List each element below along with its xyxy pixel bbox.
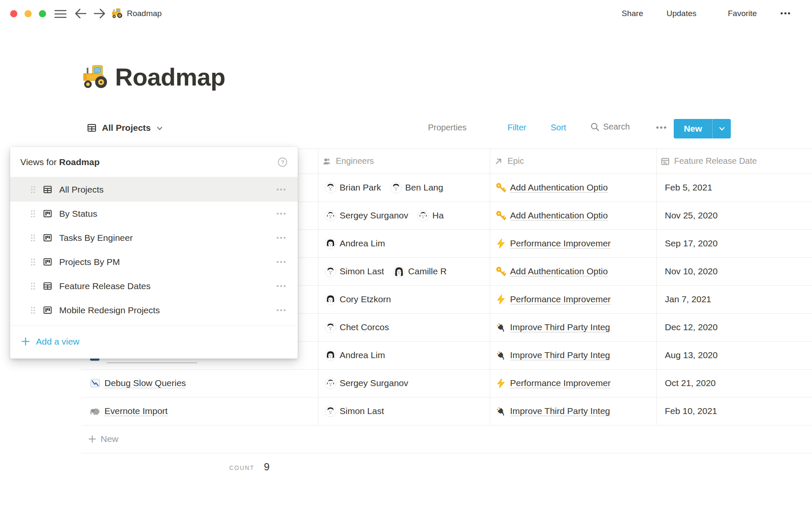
date-cell[interactable]: Nov 10, 2020 [665, 257, 811, 285]
date-cell[interactable]: Dec 12, 2020 [665, 313, 811, 341]
forward-button[interactable] [93, 8, 106, 19]
drag-handle-icon[interactable] [30, 257, 36, 267]
toolbar-more-icon[interactable]: ••• [656, 123, 667, 133]
date-cell[interactable]: Jan 7, 2021 [665, 285, 811, 313]
engineers-cell[interactable]: Brian Park Ben Lang [325, 174, 489, 202]
hamburger-menu-icon[interactable] [54, 8, 67, 19]
engineer-chip[interactable]: Andrea Lim [325, 238, 385, 249]
share-button[interactable]: Share [622, 9, 643, 18]
page-title[interactable]: Roadmap [115, 63, 225, 91]
view-item-projects-by-pm[interactable]: Projects By PM••• [10, 250, 298, 274]
engineer-chip[interactable]: Chet Corcos [325, 322, 389, 333]
favorite-button[interactable]: Favorite [728, 9, 757, 18]
window-close-button[interactable] [10, 10, 17, 17]
column-header-date[interactable]: Feature Release Date [661, 149, 811, 174]
name-cell[interactable]: Evernote Import [90, 397, 315, 425]
epic-page-link[interactable]: Improve Third Party Integ [510, 406, 610, 416]
new-button-dropdown[interactable] [713, 119, 731, 138]
new-button[interactable]: New [674, 119, 731, 138]
epic-cell[interactable]: Improve Third Party Integ [496, 341, 656, 369]
epic-page-link[interactable]: Add Authentication Optio [510, 210, 608, 221]
engineers-cell[interactable]: Simon Last [325, 397, 489, 425]
column-header-engineers[interactable]: Engineers [322, 149, 489, 174]
view-item-more-icon[interactable]: ••• [277, 282, 287, 290]
date-cell[interactable]: Aug 13, 2020 [665, 341, 811, 369]
view-item-feature-release-dates[interactable]: Feature Release Dates••• [10, 274, 298, 298]
engineer-chip[interactable]: Sergey Surganov [325, 210, 408, 221]
properties-button[interactable]: Properties [428, 123, 466, 133]
drag-handle-icon[interactable] [30, 233, 36, 243]
engineer-chip[interactable]: Andrea Lim [325, 350, 385, 361]
engineer-chip[interactable]: Cory Etzkorn [325, 294, 391, 305]
epic-page-link[interactable]: Performance Improvemer [510, 238, 611, 248]
drag-handle-icon[interactable] [30, 306, 36, 315]
epic-cell[interactable]: Performance Improvemer [496, 229, 656, 257]
help-icon[interactable]: ? [277, 157, 288, 167]
engineers-cell[interactable]: Simon Last Camille R [325, 257, 489, 285]
table-new-row-button[interactable]: New [88, 425, 118, 453]
epic-cell[interactable]: Improve Third Party Integ [496, 397, 656, 425]
updates-button[interactable]: Updates [667, 9, 697, 18]
view-item-mobile-redesign-projects[interactable]: Mobile Redesign Projects••• [10, 298, 298, 322]
back-button[interactable] [74, 8, 87, 19]
search-button[interactable]: Search [590, 122, 630, 132]
epic-page-link[interactable]: Performance Improvemer [510, 294, 611, 304]
engineers-cell[interactable]: Andrea Lim [325, 229, 489, 257]
view-selector[interactable]: All Projects [87, 123, 163, 133]
view-item-more-icon[interactable]: ••• [277, 186, 287, 193]
engineers-cell[interactable]: Chet Corcos [325, 313, 489, 341]
sort-button[interactable]: Sort [551, 123, 566, 133]
view-item-more-icon[interactable]: ••• [277, 234, 287, 242]
date-cell[interactable]: Sep 17, 2020 [665, 229, 811, 257]
project-page-link[interactable]: Debug Slow Queries [104, 378, 186, 388]
window-minimize-button[interactable] [25, 10, 32, 17]
filter-button[interactable]: Filter [508, 123, 526, 133]
view-item-more-icon[interactable]: ••• [277, 306, 287, 314]
epic-cell[interactable]: Add Authentication Optio [496, 202, 656, 229]
engineer-chip[interactable]: Ben Lang [390, 182, 443, 193]
engineer-chip[interactable]: Brian Park [325, 182, 381, 193]
epic-cell[interactable]: Add Authentication Optio [496, 174, 656, 202]
view-item-more-icon[interactable]: ••• [277, 210, 287, 218]
engineer-chip[interactable]: Simon Last [325, 406, 384, 417]
add-view-button[interactable]: Add a view [21, 337, 80, 347]
epic-cell[interactable]: Add Authentication Optio [496, 257, 656, 285]
window-zoom-button[interactable] [39, 10, 46, 17]
date-cell[interactable]: Feb 10, 2021 [665, 397, 811, 425]
engineer-chip[interactable]: Ha [417, 210, 444, 221]
date-cell[interactable]: Nov 25, 2020 [665, 202, 811, 229]
epic-page-link[interactable]: Improve Third Party Integ [510, 350, 610, 360]
date-cell[interactable]: Oct 21, 2020 [665, 369, 811, 397]
engineers-cell[interactable]: Andrea Lim [325, 341, 489, 369]
project-page-link[interactable]: Evernote Import [104, 406, 167, 416]
name-cell[interactable]: Debug Slow Queries [90, 369, 315, 397]
engineer-chip[interactable]: Simon Last [325, 266, 384, 277]
view-item-more-icon[interactable]: ••• [277, 258, 287, 266]
engineers-cell[interactable]: Sergey Surganov [325, 369, 489, 397]
epic-page-link[interactable]: Add Authentication Optio [510, 266, 608, 276]
epic-cell[interactable]: Improve Third Party Integ [496, 313, 656, 341]
view-item-all-projects[interactable]: All Projects••• [10, 177, 298, 202]
new-button-label[interactable]: New [674, 119, 713, 138]
column-header-epic[interactable]: Epic [494, 149, 656, 174]
engineer-chip[interactable]: Sergey Surganov [325, 378, 408, 389]
date-cell[interactable]: Feb 5, 2021 [665, 174, 811, 202]
engineers-cell[interactable]: Sergey Surganov Ha [325, 202, 489, 229]
epic-page-link[interactable]: Improve Third Party Integ [510, 322, 610, 332]
breadcrumb-doc-title[interactable]: Roadmap [127, 9, 162, 18]
page-icon-tractor[interactable] [82, 64, 109, 91]
drag-handle-icon[interactable] [30, 209, 36, 218]
epic-cell[interactable]: Performance Improvemer [496, 369, 656, 397]
view-item-label: Mobile Redesign Projects [59, 305, 277, 315]
engineer-chip[interactable]: Camille R [393, 266, 447, 277]
drag-handle-icon[interactable] [30, 282, 36, 291]
more-options-icon[interactable]: ••• [780, 9, 791, 18]
view-item-tasks-by-engineer[interactable]: Tasks By Engineer••• [10, 226, 298, 250]
plug-icon [496, 350, 506, 361]
epic-cell[interactable]: Performance Improvemer [496, 285, 656, 313]
engineers-cell[interactable]: Cory Etzkorn [325, 285, 489, 313]
epic-page-link[interactable]: Add Authentication Optio [510, 182, 608, 193]
drag-handle-icon[interactable] [30, 185, 36, 194]
epic-page-link[interactable]: Performance Improvemer [510, 378, 611, 388]
view-item-by-status[interactable]: By Status••• [10, 202, 298, 226]
